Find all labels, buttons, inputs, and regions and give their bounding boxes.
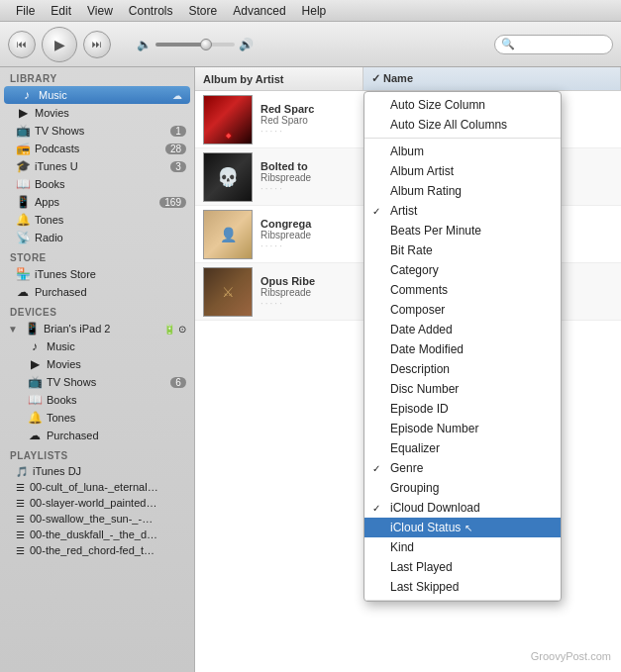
apps-badge: 169	[159, 197, 186, 208]
ctx-autosize-all[interactable]: Auto Size All Columns	[364, 115, 561, 135]
sidebar-label-pl6: 00-the_red_chord-fed_thr...	[30, 544, 158, 556]
artist-check: ✓	[372, 206, 380, 217]
autosize-all-label: Auto Size All Columns	[390, 118, 507, 132]
volume-control[interactable]: 🔈 🔊	[137, 38, 254, 51]
ctx-equalizer[interactable]: Equalizer	[364, 438, 561, 458]
prev-button[interactable]: ⏮	[8, 31, 36, 58]
ctx-artist[interactable]: ✓ Artist	[364, 201, 561, 221]
itunesu-badge: 3	[170, 161, 186, 172]
sidebar-item-ipad[interactable]: ▼ 📱 Brian's iPad 2 🔋 ⊙	[0, 320, 194, 337]
next-button[interactable]: ⏭	[83, 31, 111, 58]
tvshows-icon: 📺	[16, 124, 30, 138]
ctx-last-played-label: Last Played	[390, 560, 453, 574]
ctx-autosize-col[interactable]: Auto Size Column	[364, 95, 561, 115]
search-box[interactable]: 🔍	[494, 35, 613, 54]
ctx-album-artist-label: Album Artist	[390, 164, 454, 178]
volume-slider[interactable]	[155, 43, 235, 47]
sidebar-item-movies[interactable]: ▶ Movies	[0, 104, 194, 122]
sidebar-item-pl5[interactable]: ☰ 00-the_duskfall_-_the_dyi...	[0, 527, 194, 542]
menu-edit[interactable]: Edit	[43, 2, 79, 20]
ctx-date-added[interactable]: Date Added	[364, 320, 561, 339]
sidebar-item-itunesstore[interactable]: 🏪 iTunes Store	[0, 265, 194, 283]
ctx-artist-label: Artist	[390, 204, 417, 218]
menu-store[interactable]: Store	[181, 2, 226, 20]
ctx-disc-number[interactable]: Disc Number	[364, 379, 561, 399]
sidebar-item-purchased[interactable]: ☁ Purchased	[0, 283, 194, 301]
sidebar-item-tvshows[interactable]: 📺 TV Shows 1	[0, 122, 194, 140]
ctx-beats-label: Beats Per Minute	[390, 224, 481, 238]
sidebar-item-pl2[interactable]: ☰ 00-cult_of_luna-_eternal_...	[0, 479, 194, 495]
sidebar-item-pl3[interactable]: ☰ 00-slayer-world_painted_...	[0, 495, 194, 511]
sidebar-item-apps[interactable]: 📱 Apps 169	[0, 193, 194, 211]
sidebar-label-ipad-purchased: Purchased	[47, 430, 99, 441]
ctx-episode-id[interactable]: Episode ID	[364, 399, 561, 419]
ctx-disc-number-label: Disc Number	[390, 382, 459, 396]
books-icon: 📖	[16, 177, 30, 191]
album-art-2: 💀	[203, 152, 253, 202]
sidebar-label-podcasts: Podcasts	[35, 143, 79, 154]
menu-section-top: Auto Size Column Auto Size All Columns	[364, 92, 561, 139]
sidebar-item-itunesu[interactable]: 🎓 iTunes U 3	[0, 157, 194, 175]
sidebar-item-podcasts[interactable]: 📻 Podcasts 28	[0, 140, 194, 157]
sidebar-item-ipad-tones[interactable]: 🔔 Tones	[0, 409, 194, 427]
ctx-grouping[interactable]: Grouping	[364, 478, 561, 498]
sidebar-item-ipad-movies[interactable]: ▶ Movies	[0, 355, 194, 373]
menu-view[interactable]: View	[79, 2, 121, 20]
ctx-kind[interactable]: Kind	[364, 537, 561, 557]
ctx-comments[interactable]: Comments	[364, 280, 561, 300]
cursor-indicator: ↖	[465, 523, 472, 533]
ctx-icloud-download-label: iCloud Download	[390, 501, 480, 515]
ctx-icloud-download[interactable]: ✓ iCloud Download	[364, 498, 561, 518]
sidebar-item-ipad-tvshows[interactable]: 📺 TV Shows 6	[0, 373, 194, 391]
sidebar-item-radio[interactable]: 📡 Radio	[0, 229, 194, 246]
ctx-album[interactable]: Album	[364, 142, 561, 161]
sidebar-label-ipad-movies: Movies	[47, 358, 81, 370]
ctx-last-skipped[interactable]: Last Skipped	[364, 577, 561, 597]
ctx-bit-rate[interactable]: Bit Rate	[364, 240, 561, 260]
sidebar-item-ipad-books[interactable]: 📖 Books	[0, 391, 194, 409]
ipad-tvshows-icon: 📺	[28, 375, 42, 389]
col-name[interactable]: ✓ Name	[363, 67, 621, 90]
sidebar-label-ipad-music: Music	[47, 340, 75, 352]
album-art-1: ◆	[203, 95, 253, 144]
disclosure-icon[interactable]: ▼	[8, 324, 18, 335]
sidebar-item-ipad-purchased[interactable]: ☁ Purchased	[0, 427, 194, 444]
ctx-album-artist[interactable]: Album Artist	[364, 161, 561, 181]
sync-icon: ⊙	[178, 324, 186, 335]
sidebar-item-ipad-music[interactable]: ♪ Music	[0, 337, 194, 355]
col-album-by-artist[interactable]: Album by Artist	[195, 67, 363, 90]
sidebar-item-pl6[interactable]: ☰ 00-the_red_chord-fed_thr...	[0, 542, 194, 558]
sidebar-item-books[interactable]: 📖 Books	[0, 175, 194, 193]
menu-help[interactable]: Help	[294, 2, 335, 20]
sidebar-item-music[interactable]: ♪ Music ☁	[4, 86, 190, 104]
ctx-composer[interactable]: Composer	[364, 300, 561, 320]
volume-knob[interactable]	[200, 39, 212, 50]
ctx-beats-per-min[interactable]: Beats Per Minute	[364, 221, 561, 240]
menu-advanced[interactable]: Advanced	[225, 2, 293, 20]
menu-controls[interactable]: Controls	[121, 2, 181, 20]
sidebar-label-ipad-books: Books	[47, 394, 77, 406]
ctx-icloud-status[interactable]: iCloud Status ↖	[364, 518, 561, 537]
ctx-album-rating[interactable]: Album Rating	[364, 181, 561, 201]
pl6-icon: ☰	[16, 545, 25, 556]
ctx-category[interactable]: Category	[364, 260, 561, 280]
menu-file[interactable]: File	[8, 2, 43, 20]
ctx-description[interactable]: Description	[364, 359, 561, 379]
sidebar-label-ipad: Brian's iPad 2	[44, 323, 111, 335]
icloud-icon: ☁	[172, 90, 182, 101]
main-container: LIBRARY ♪ Music ☁ ▶ Movies 📺 TV Shows 1 …	[0, 67, 621, 672]
context-menu: Auto Size Column Auto Size All Columns A…	[363, 91, 562, 602]
ctx-last-played[interactable]: Last Played	[364, 557, 561, 577]
ipad-indicators: 🔋 ⊙	[163, 324, 186, 335]
sidebar-item-tones[interactable]: 🔔 Tones	[0, 211, 194, 229]
sidebar-item-itunesdjj[interactable]: 🎵 iTunes DJ	[0, 463, 194, 479]
ctx-date-modified[interactable]: Date Modified	[364, 339, 561, 359]
play-button[interactable]: ▶	[42, 27, 77, 62]
ipad-purchased-icon: ☁	[28, 429, 42, 442]
toolbar: ⏮ ▶ ⏭ 🔈 🔊 🔍	[0, 22, 621, 67]
store-icon: 🏪	[16, 267, 30, 281]
ctx-episode-number[interactable]: Episode Number	[364, 419, 561, 438]
sidebar-item-pl4[interactable]: ☰ 00-swallow_the_sun-_-pla...	[0, 511, 194, 527]
ctx-genre[interactable]: ✓ Genre	[364, 458, 561, 478]
itunesu-icon: 🎓	[16, 159, 30, 173]
